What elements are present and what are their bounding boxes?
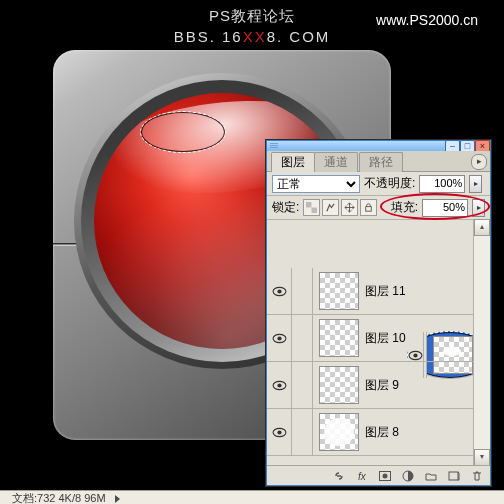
link-column[interactable] — [292, 362, 313, 408]
blend-opacity-row: 正常 不透明度: 100% ▸ — [267, 172, 490, 196]
svg-rect-1 — [312, 208, 318, 214]
layer-name[interactable]: 图层 8 — [365, 424, 399, 441]
blend-mode-select[interactable]: 正常 — [272, 175, 360, 193]
adjustment-layer-icon[interactable] — [399, 468, 416, 483]
link-layers-icon[interactable] — [330, 468, 347, 483]
svg-rect-0 — [306, 202, 312, 208]
svg-text:fx: fx — [358, 471, 367, 482]
svg-rect-17 — [449, 472, 458, 480]
panel-titlebar[interactable]: – □ × — [267, 141, 490, 151]
layer-thumbnail[interactable] — [319, 272, 359, 310]
tab-channels[interactable]: 通道 — [314, 152, 358, 172]
link-column[interactable] — [292, 268, 313, 314]
marquee-selection[interactable] — [140, 111, 226, 153]
visibility-toggle[interactable] — [267, 315, 292, 361]
svg-point-8 — [277, 336, 281, 340]
svg-point-12 — [277, 430, 281, 434]
layer-row[interactable]: 图层 11 — [267, 268, 490, 315]
layer-thumbnail[interactable] — [319, 319, 359, 357]
wm-seg-c: 8. COM — [267, 28, 331, 45]
wm-seg-a: BBS. 16 — [174, 28, 243, 45]
watermark-domain: www.PS2000.cn — [376, 12, 478, 28]
visibility-toggle[interactable] — [267, 409, 292, 455]
svg-point-6 — [277, 289, 281, 293]
scroll-down-button[interactable]: ▾ — [474, 449, 490, 466]
lock-fill-row: 锁定: 填充: 50% ▸ — [267, 196, 490, 220]
watermark-url-text: BBS. 16XX8. COM — [0, 28, 504, 45]
status-bar: 文档:732 4K/8 96M — [0, 490, 504, 504]
lock-transparency-icon[interactable] — [303, 199, 320, 216]
layer-thumbnail[interactable] — [319, 413, 359, 451]
doc-value: 732 4K/8 96M — [37, 492, 106, 504]
layer-row[interactable]: 图层 8 — [267, 409, 490, 456]
tab-layers[interactable]: 图层 — [271, 152, 315, 172]
opacity-flyout[interactable]: ▸ — [469, 175, 482, 193]
canvas-area: PS教程论坛 BBS. 16XX8. COM www.PS2000.cn – □… — [0, 0, 504, 490]
panel-footer: fx — [267, 465, 490, 485]
link-column[interactable] — [292, 315, 313, 361]
delete-layer-icon[interactable] — [468, 468, 485, 483]
fill-label: 填充: — [391, 199, 418, 216]
layer-row[interactable]: 图层 9 — [267, 362, 490, 409]
status-flyout-icon[interactable] — [115, 495, 120, 503]
lock-pixels-icon[interactable] — [322, 199, 339, 216]
layer-name[interactable]: 图层 10 — [365, 330, 406, 347]
layer-thumbnail[interactable] — [319, 366, 359, 404]
svg-rect-2 — [366, 207, 372, 212]
panel-menu-button[interactable]: ▸ — [471, 154, 487, 170]
scroll-track[interactable] — [474, 235, 490, 450]
fill-flyout[interactable]: ▸ — [472, 199, 485, 217]
lock-position-icon[interactable] — [341, 199, 358, 216]
layer-mask-icon[interactable] — [376, 468, 393, 483]
fill-value[interactable]: 50% — [422, 199, 468, 217]
tab-paths[interactable]: 路径 — [359, 152, 403, 172]
svg-point-10 — [277, 383, 281, 387]
visibility-toggle[interactable] — [267, 268, 292, 314]
layers-panel[interactable]: – □ × 图层 通道 路径 ▸ 正常 不透明度: 100% ▸ 锁定: — [266, 140, 491, 486]
wm-seg-b: XX — [243, 28, 267, 45]
layer-row[interactable]: 图层 10 — [267, 315, 490, 362]
svg-point-15 — [382, 473, 387, 478]
lock-icons — [303, 199, 377, 216]
panel-tabs: 图层 通道 路径 ▸ — [267, 151, 490, 172]
link-column[interactable] — [292, 409, 313, 455]
opacity-label: 不透明度: — [364, 175, 415, 192]
lock-all-icon[interactable] — [360, 199, 377, 216]
layer-name[interactable]: 图层 11 — [365, 283, 406, 300]
doc-label: 文档: — [12, 492, 37, 504]
panel-scrollbar[interactable]: ▴ ▾ — [473, 219, 490, 466]
layer-name[interactable]: 图层 9 — [365, 377, 399, 394]
opacity-value[interactable]: 100% — [419, 175, 465, 193]
group-icon[interactable] — [422, 468, 439, 483]
scroll-up-button[interactable]: ▴ — [474, 219, 490, 236]
layer-style-icon[interactable]: fx — [353, 468, 370, 483]
visibility-toggle[interactable] — [267, 362, 292, 408]
new-layer-icon[interactable] — [445, 468, 462, 483]
layer-list[interactable]: 图层 12 图层 11 图层 10 图层 9 — [267, 220, 490, 457]
panel-grip[interactable] — [270, 143, 278, 149]
lock-label: 锁定: — [272, 199, 299, 216]
